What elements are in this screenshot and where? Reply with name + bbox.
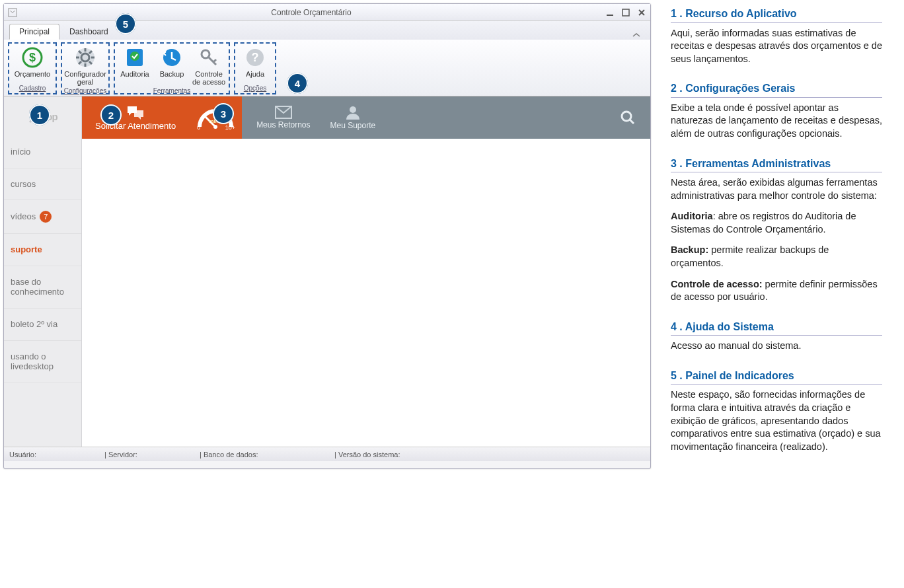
doc-body: Neste espaço, são fornecidas informações… — [671, 388, 882, 453]
doc-body: Nesta área, serão exibidas algumas ferra… — [671, 176, 882, 304]
dollar-circle-icon: $ — [21, 46, 44, 69]
doc-panel: 1 . Recurso do AplicativoAqui, serão inf… — [671, 0, 889, 469]
doc-section: 1 . Recurso do AplicativoAqui, serão inf… — [671, 7, 882, 65]
ajuda-button[interactable]: ? Ajuda — [237, 45, 274, 79]
ribbon-btn-label: Backup — [160, 70, 184, 78]
svg-point-16 — [130, 52, 139, 61]
doc-definition: Auditoria: abre os registros do Auditori… — [671, 210, 882, 236]
status-usuario: Usuário: — [9, 451, 102, 459]
sidebar-item-cursos[interactable]: cursos — [4, 168, 81, 201]
titlebar: Controle Orçamentário — [4, 4, 650, 21]
ribbon-btn-label: Ajuda — [246, 70, 264, 78]
doc-title: 5 . Painel de Indicadores — [671, 369, 882, 385]
ribbon-tab-dashboard[interactable]: Dashboard — [59, 24, 118, 40]
key-icon — [198, 46, 220, 69]
doc-title: 3 . Ferramentas Administrativas — [671, 157, 882, 173]
ribbon-btn-label: Auditoria — [120, 70, 149, 78]
close-icon[interactable] — [637, 8, 646, 17]
status-banco: | Banco de dados: — [200, 451, 332, 459]
action-label: Meu Suporte — [330, 121, 376, 130]
backup-icon — [161, 46, 183, 69]
doc-body: Acesso ao manual do sistema. — [671, 340, 882, 353]
app-menu-icon[interactable] — [8, 8, 17, 17]
ribbon-group-configuracoes: Configurador geral Configurações — [61, 42, 110, 94]
sidebar-item-base-conhecimento[interactable]: base do conhecimento — [4, 266, 81, 309]
doc-paragraph: Aqui, serão informadas suas estimativas … — [671, 27, 882, 66]
sidebar: top início cursos vídeos 7 suporte base … — [4, 96, 82, 447]
gauge-min: 0 — [197, 124, 200, 131]
sidebar-item-label: suporte — [11, 244, 42, 255]
doc-title: 2 . Configurações Gerais — [671, 81, 882, 98]
sidebar-item-videos[interactable]: vídeos 7 — [4, 200, 81, 234]
action-label: Meus Retornos — [256, 120, 310, 129]
svg-rect-2 — [622, 9, 629, 16]
gray-action-bar: Meus Retornos Meu Suporte — [242, 96, 650, 139]
sidebar-item-inicio[interactable]: início — [4, 136, 81, 168]
status-servidor: | Servidor: — [104, 451, 197, 459]
controle-acesso-button[interactable]: Controle de acesso — [190, 45, 227, 87]
svg-text:$: $ — [29, 51, 36, 64]
sidebar-item-boleto[interactable]: boleto 2º via — [4, 309, 81, 341]
doc-paragraph: Neste espaço, são fornecidas informações… — [671, 388, 882, 453]
sidebar-item-label: usando o livedesktop — [11, 351, 75, 372]
svg-point-21 — [213, 125, 217, 129]
chat-icon — [126, 105, 145, 120]
doc-section: 4 . Ajuda do SistemaAcesso ao manual do … — [671, 320, 882, 353]
ribbon-tabs: Principal Dashboard — [4, 21, 650, 40]
ribbon-group-label: Cadastro — [19, 85, 46, 93]
sidebar-item-livedesktop[interactable]: usando o livedesktop — [4, 341, 81, 383]
callout-5: 5 — [115, 13, 136, 34]
doc-definition: Controle de acesso: permite definir perm… — [671, 278, 882, 304]
badge: 7 — [40, 211, 52, 223]
ribbon-btn-label: Controle de acesso — [192, 70, 226, 86]
sidebar-item-label: vídeos — [11, 211, 36, 222]
person-icon — [345, 105, 361, 120]
ribbon-collapse-icon[interactable] — [628, 30, 645, 40]
configurador-geral-button[interactable]: Configurador geral — [63, 45, 107, 87]
app-window: 1 2 3 4 5 Controle Orçamentário Principa… — [3, 3, 651, 469]
meu-suporte-button[interactable]: Meu Suporte — [330, 105, 376, 130]
backup-button[interactable]: Backup — [153, 45, 190, 87]
svg-point-24 — [622, 112, 631, 121]
status-versao: | Versão do sistema: — [334, 451, 427, 459]
callout-3: 3 — [213, 103, 234, 124]
window-title: Controle Orçamentário — [17, 8, 605, 17]
top-action-bar: Solicitar Atendimento 0 min 10+ — [82, 96, 650, 139]
callout-1: 1 — [29, 104, 50, 126]
ribbon-group-ferramentas: Auditoria Backup Controle de acesso — [114, 42, 230, 94]
maximize-icon[interactable] — [621, 8, 630, 17]
sidebar-item-label: base do conhecimento — [11, 277, 75, 297]
doc-body: Aqui, serão informadas suas estimativas … — [671, 27, 882, 66]
ribbon-group-cadastro: $ Orçamento Cadastro — [8, 42, 57, 94]
content-canvas — [82, 139, 650, 447]
statusbar: Usuário: | Servidor: | Banco de dados: |… — [4, 447, 650, 461]
solicitar-atendimento-button[interactable]: Solicitar Atendimento — [82, 96, 189, 139]
ribbon-group-opcoes: ? Ajuda Opções — [234, 42, 276, 94]
meus-retornos-button[interactable]: Meus Retornos — [256, 106, 310, 129]
minimize-icon[interactable] — [605, 8, 615, 17]
ribbon-tab-principal[interactable]: Principal — [9, 24, 59, 40]
ribbon-btn-label: Configurador geral — [64, 70, 106, 86]
callout-4: 4 — [287, 73, 308, 94]
doc-paragraph: Acesso ao manual do sistema. — [671, 340, 882, 353]
doc-section: 3 . Ferramentas AdministrativasNesta áre… — [671, 157, 882, 304]
gauge-max: 10+ — [225, 124, 235, 131]
doc-definition: Backup: permite realizar backups de orça… — [671, 244, 882, 270]
auditoria-button[interactable]: Auditoria — [116, 45, 153, 87]
orcamento-button[interactable]: $ Orçamento — [11, 45, 54, 79]
sidebar-item-label: boleto 2º via — [11, 319, 57, 330]
sidebar-item-suporte[interactable]: suporte — [4, 234, 81, 266]
gear-icon — [74, 46, 96, 69]
doc-paragraph: Nesta área, serão exibidas algumas ferra… — [671, 176, 882, 202]
search-icon[interactable] — [620, 110, 636, 126]
ribbon-group-label: Opções — [244, 85, 266, 93]
shield-check-icon — [124, 46, 146, 69]
svg-rect-1 — [607, 15, 613, 16]
svg-point-23 — [350, 106, 356, 113]
doc-body: Exibe a tela onde é possível apontar as … — [671, 102, 882, 141]
doc-section: 5 . Painel de IndicadoresNeste espaço, s… — [671, 369, 882, 453]
doc-section: 2 . Configurações GeraisExibe a tela ond… — [671, 81, 882, 140]
callout-2: 2 — [100, 104, 122, 126]
sidebar-item-label: cursos — [11, 179, 36, 190]
help-icon: ? — [244, 46, 266, 69]
